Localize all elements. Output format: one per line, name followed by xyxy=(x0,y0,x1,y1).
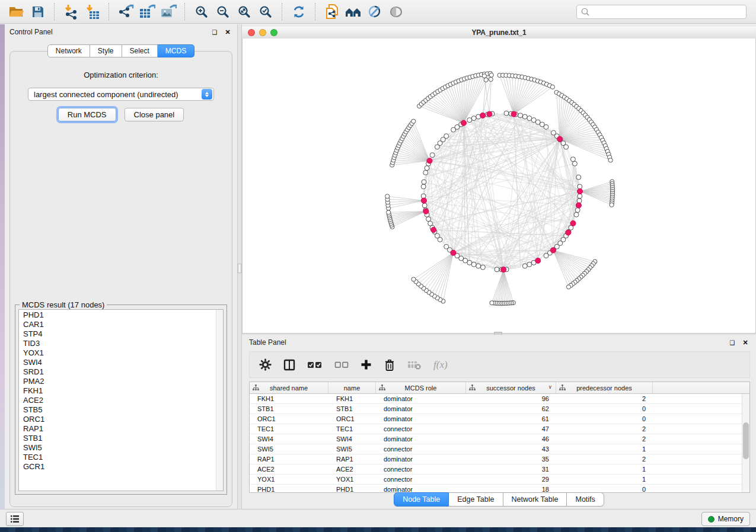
table-row-yox1[interactable]: YOX1YOX1connector291 xyxy=(250,475,749,485)
table-row-phd1[interactable]: PHD1PHD1dominator180 xyxy=(250,485,749,493)
duplicate-network-icon[interactable] xyxy=(321,2,343,21)
cell-predecessor-nodes[interactable]: 1 xyxy=(556,464,653,474)
cell-mcds-role[interactable]: dominator xyxy=(376,394,466,403)
export-table-icon[interactable] xyxy=(136,2,158,21)
vertical-splitter-handle[interactable] xyxy=(238,264,241,273)
result-item-pma2[interactable]: PMA2 xyxy=(19,376,223,386)
cell-shared-name[interactable]: SWI4 xyxy=(250,434,328,444)
tab-motifs[interactable]: Motifs xyxy=(567,492,604,507)
cell-mcds-role[interactable]: connector xyxy=(376,464,466,474)
result-item-tid3[interactable]: TID3 xyxy=(19,338,223,348)
show-all-nodes-icon[interactable] xyxy=(343,2,364,21)
cell-shared-name[interactable]: TEC1 xyxy=(250,424,328,434)
import-network-icon[interactable] xyxy=(60,2,82,21)
open-folder-icon[interactable] xyxy=(6,2,27,21)
cell-predecessor-nodes[interactable]: 2 xyxy=(556,454,653,464)
result-item-yox1[interactable]: YOX1 xyxy=(19,348,223,357)
add-column-icon[interactable] xyxy=(361,359,372,370)
cell-shared-name[interactable]: FKH1 xyxy=(250,394,328,403)
table-row-fkh1[interactable]: FKH1FKH1dominator962 xyxy=(250,394,749,404)
cell-shared-name[interactable]: RAP1 xyxy=(250,454,328,464)
tab-select[interactable]: Select xyxy=(122,44,158,57)
cell-predecessor-nodes[interactable]: 2 xyxy=(556,424,653,434)
zoom-fit-icon[interactable] xyxy=(234,2,255,21)
cell-predecessor-nodes[interactable]: 0 xyxy=(556,414,653,424)
cell-name[interactable]: FKH1 xyxy=(328,394,376,403)
refresh-layout-icon[interactable] xyxy=(288,2,310,21)
cell-mcds-role[interactable]: connector xyxy=(376,424,466,434)
tab-style[interactable]: Style xyxy=(90,44,122,57)
cell-successor-nodes[interactable]: 96 xyxy=(466,394,556,403)
result-item-srd1[interactable]: SRD1 xyxy=(19,367,223,376)
memory-button[interactable]: Memory xyxy=(701,512,750,526)
cell-mcds-role[interactable]: dominator xyxy=(376,404,466,414)
split-columns-icon[interactable] xyxy=(283,359,295,371)
maximize-window-icon[interactable] xyxy=(270,29,277,36)
tab-network[interactable]: Network xyxy=(47,44,90,57)
tab-mcds[interactable]: MCDS xyxy=(158,44,194,57)
table-row-swi5[interactable]: SWI5SWI5connector431 xyxy=(250,444,749,454)
cell-shared-name[interactable]: SWI5 xyxy=(250,444,328,454)
cell-name[interactable]: PHD1 xyxy=(328,485,376,493)
cell-successor-nodes[interactable]: 29 xyxy=(466,475,556,484)
status-menu-button[interactable] xyxy=(6,512,24,526)
result-item-fkh1[interactable]: FKH1 xyxy=(19,386,223,395)
close-panel-icon[interactable]: ✕ xyxy=(223,27,232,37)
vertical-splitter[interactable] xyxy=(237,24,242,509)
table-row-stb1[interactable]: STB1STB1dominator620 xyxy=(250,404,749,414)
cell-successor-nodes[interactable]: 31 xyxy=(466,464,556,474)
cell-mcds-role[interactable]: dominator xyxy=(376,434,466,444)
import-table-icon[interactable] xyxy=(82,2,103,21)
cell-shared-name[interactable]: YOX1 xyxy=(250,475,328,484)
table-scrollbar[interactable] xyxy=(742,394,749,492)
cell-successor-nodes[interactable]: 46 xyxy=(466,434,556,444)
cell-mcds-role[interactable]: dominator xyxy=(376,414,466,424)
table-row-ace2[interactable]: ACE2ACE2connector311 xyxy=(250,464,749,475)
cell-name[interactable]: STB1 xyxy=(328,404,376,414)
result-item-gcr1[interactable]: GCR1 xyxy=(19,462,223,471)
cell-shared-name[interactable]: ORC1 xyxy=(250,414,328,424)
result-item-stp4[interactable]: STP4 xyxy=(19,329,223,338)
cell-name[interactable]: ACE2 xyxy=(328,464,376,474)
result-item-car1[interactable]: CAR1 xyxy=(19,319,223,329)
run-mcds-button[interactable]: Run MCDS xyxy=(58,108,116,121)
hide-selected-icon[interactable] xyxy=(364,2,385,21)
network-canvas[interactable] xyxy=(242,39,756,334)
deselect-all-rows-icon[interactable] xyxy=(334,361,349,368)
node-table[interactable]: shared namenameMCDS rolesuccessor nodes∨… xyxy=(249,382,750,493)
gear-icon[interactable] xyxy=(259,358,272,371)
cell-shared-name[interactable]: STB1 xyxy=(250,404,328,414)
export-image-icon[interactable] xyxy=(158,2,179,21)
delete-table-icon[interactable] xyxy=(407,360,422,370)
cell-shared-name[interactable]: ACE2 xyxy=(250,464,328,474)
cell-predecessor-nodes[interactable]: 0 xyxy=(556,404,653,414)
table-row-orc1[interactable]: ORC1ORC1dominator610 xyxy=(250,414,749,424)
result-item-stb1[interactable]: STB1 xyxy=(19,433,223,443)
save-icon[interactable] xyxy=(27,2,49,21)
cell-successor-nodes[interactable]: 62 xyxy=(466,404,556,414)
zoom-in-icon[interactable] xyxy=(191,2,212,21)
float-table-panel-icon[interactable]: ❑ xyxy=(728,338,737,347)
cell-name[interactable]: YOX1 xyxy=(328,475,376,484)
close-window-icon[interactable] xyxy=(248,29,255,36)
cell-name[interactable]: ORC1 xyxy=(328,414,376,424)
result-item-ace2[interactable]: ACE2 xyxy=(19,395,223,405)
cell-successor-nodes[interactable]: 43 xyxy=(466,444,556,454)
result-item-rap1[interactable]: RAP1 xyxy=(19,424,223,433)
cell-mcds-role[interactable]: dominator xyxy=(376,454,466,464)
result-list-scrollbar[interactable] xyxy=(216,310,223,491)
tab-node-table[interactable]: Node Table xyxy=(394,492,449,507)
column-header-mcds-role[interactable]: MCDS role xyxy=(376,382,466,393)
result-item-orc1[interactable]: ORC1 xyxy=(19,414,223,424)
table-row-rap1[interactable]: RAP1RAP1dominator352 xyxy=(250,454,749,464)
cell-name[interactable]: SWI4 xyxy=(328,434,376,444)
cell-predecessor-nodes[interactable]: 2 xyxy=(556,434,653,444)
cell-successor-nodes[interactable]: 47 xyxy=(466,424,556,434)
cell-name[interactable]: RAP1 xyxy=(328,454,376,464)
cell-predecessor-nodes[interactable]: 0 xyxy=(556,485,653,493)
column-header-name[interactable]: name xyxy=(328,382,376,393)
cell-name[interactable]: TEC1 xyxy=(328,424,376,434)
close-panel-button[interactable]: Close panel xyxy=(125,108,184,121)
cell-successor-nodes[interactable]: 61 xyxy=(466,414,556,424)
criterion-dropdown[interactable]: largest connected component (undirected) xyxy=(28,88,214,101)
